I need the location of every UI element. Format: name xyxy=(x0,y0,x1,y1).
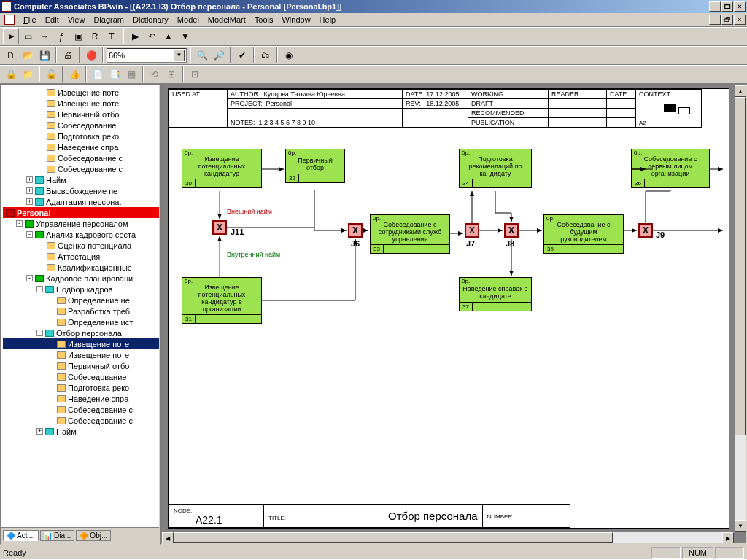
horizontal-scrollbar[interactable]: ◀ ▶ xyxy=(162,532,734,543)
tree-item[interactable]: -Анализ кадрового соста xyxy=(3,229,159,240)
model-explorer: Извещение потеИзвещение потеПервичный от… xyxy=(0,84,160,545)
junction-j11[interactable]: X xyxy=(212,220,227,235)
report-button[interactable]: ◉ xyxy=(281,47,297,63)
maximize-button[interactable]: 🗖 xyxy=(721,1,733,12)
model-explorer-button[interactable]: 🗂 xyxy=(258,47,274,63)
junction-j6[interactable]: X xyxy=(348,223,363,238)
tree-item[interactable]: Собеседование xyxy=(3,120,159,131)
undo-button[interactable]: ↶ xyxy=(144,28,160,44)
scroll-right-button[interactable]: ▶ xyxy=(722,532,734,544)
scroll-up-button[interactable]: ▲ xyxy=(735,85,746,97)
tab-diagrams[interactable]: 📊 Dia... xyxy=(40,530,74,541)
junction-j7[interactable]: X xyxy=(465,223,479,238)
tree-item[interactable]: Оценка потенциала xyxy=(3,240,159,251)
up-button[interactable]: ▲ xyxy=(160,28,177,44)
menu-tools[interactable]: Tools xyxy=(255,15,274,24)
mdi-close-button[interactable]: × xyxy=(734,15,746,25)
tree-item[interactable]: Наведение спра xyxy=(3,393,159,404)
tree-item[interactable]: Собеседование с xyxy=(3,163,159,174)
new-button[interactable]: 🗋 xyxy=(3,47,19,63)
activity-34[interactable]: 0р. Подготовка рекомендаций по кандидату… xyxy=(459,149,532,188)
tree-item[interactable]: Собеседование с xyxy=(3,404,159,415)
tree-item[interactable]: Собеседование с xyxy=(3,415,159,426)
activity-30[interactable]: 0р. Извещение потенциальных кандидатур 3… xyxy=(182,149,262,188)
tree-item[interactable]: -Подбор кадров xyxy=(3,284,159,295)
tab-activities[interactable]: 🔷 Acti... xyxy=(3,530,39,541)
scroll-down-button[interactable]: ▼ xyxy=(735,520,746,532)
zoom-out-button[interactable]: 🔎 xyxy=(211,47,227,63)
activity-37[interactable]: 0р. Наведение справок о кандидате 37 xyxy=(459,277,532,311)
activity-33[interactable]: 0р. Собеседование с сотрудниками служб у… xyxy=(370,214,450,254)
mm-btn-4: 👍 xyxy=(66,66,82,82)
play-button[interactable]: ▶ xyxy=(127,28,143,44)
print-button[interactable]: 🖨 xyxy=(60,47,76,63)
text-tool-button[interactable]: T xyxy=(104,28,120,44)
menu-model[interactable]: Model xyxy=(177,15,199,24)
tree-item[interactable]: Собеседование xyxy=(3,371,159,382)
down-button[interactable]: ▼ xyxy=(177,28,193,44)
tree-item[interactable]: Наведение спра xyxy=(3,141,159,152)
scroll-left-button[interactable]: ◀ xyxy=(162,532,174,544)
tree-item[interactable]: +Найм xyxy=(3,426,159,437)
tree-item[interactable]: Квалификационные xyxy=(3,262,159,273)
used-at-cell: USED AT: xyxy=(169,90,228,128)
mdi-minimize-button[interactable]: _ xyxy=(709,15,721,25)
external-ref-button[interactable]: R xyxy=(87,28,103,44)
junction-label-j9: J9 xyxy=(656,230,665,239)
tree-item[interactable]: Подготовка реко xyxy=(3,382,159,393)
tree-item[interactable]: +Найм xyxy=(3,174,159,185)
menu-help[interactable]: Help xyxy=(320,15,336,24)
open-button[interactable]: 📂 xyxy=(20,47,36,63)
save-button[interactable]: 💾 xyxy=(36,47,53,63)
pointer-tool-button[interactable]: ➤ xyxy=(3,28,19,44)
referent-tool-button[interactable]: ▣ xyxy=(70,28,86,44)
tree-item[interactable]: Определение не xyxy=(3,295,159,306)
zoom-dropdown-icon[interactable]: ▼ xyxy=(174,50,185,61)
tree-item[interactable]: -Управление персоналом xyxy=(3,218,159,229)
minimize-button[interactable]: _ xyxy=(709,1,721,12)
tree-item[interactable]: +Адаптация персона. xyxy=(3,196,159,207)
activity-35[interactable]: 0р. Собеседование с будущим руководителе… xyxy=(543,214,624,254)
tree-item[interactable]: Разработка треб xyxy=(3,306,159,316)
diagram-canvas[interactable]: USED AT: AUTHOR: Купцова Татьяна Юрьевна… xyxy=(160,84,747,545)
zoom-combo[interactable]: 66% ▼ xyxy=(107,48,187,63)
tree-item[interactable]: Извещение поте xyxy=(3,349,159,360)
tree-item[interactable]: Подготовка реко xyxy=(3,131,159,141)
menu-diagram[interactable]: Diagram xyxy=(93,15,124,24)
menu-view[interactable]: View xyxy=(68,15,85,24)
tree-item[interactable]: Первичный отбо xyxy=(3,109,159,120)
mdi-restore-button[interactable]: 🗗 xyxy=(721,15,733,25)
color-button[interactable]: 🔴 xyxy=(83,47,99,63)
junction-j8[interactable]: X xyxy=(504,223,519,238)
activity-31[interactable]: 0р. Извещение потенциальных кандидатур в… xyxy=(182,277,262,324)
tree-item[interactable]: Определение ист xyxy=(3,316,159,327)
menu-edit[interactable]: Edit xyxy=(45,15,59,24)
activity-tool-button[interactable]: ▭ xyxy=(20,28,36,44)
tree-item[interactable]: Извещение поте xyxy=(3,87,159,98)
menu-modelmart[interactable]: ModelMart xyxy=(208,15,246,24)
tree-item[interactable]: -Кадровое планировани xyxy=(3,273,159,284)
spellcheck-button[interactable]: ✔ xyxy=(234,47,250,63)
tree-item[interactable]: Personal xyxy=(3,207,159,218)
tree-item[interactable]: Первичный отбо xyxy=(3,360,159,371)
junction-j9[interactable]: X xyxy=(638,223,653,238)
zoom-in-button[interactable]: 🔍 xyxy=(194,47,210,63)
activity-32[interactable]: 0р. Первичный отбор 32 xyxy=(285,149,345,183)
tree-item[interactable]: Собеседование с xyxy=(3,152,159,163)
menu-window[interactable]: Window xyxy=(282,15,310,24)
menu-file[interactable]: FFileile xyxy=(23,15,36,24)
tree-item[interactable]: Извещение поте xyxy=(3,338,159,349)
tree-item[interactable]: Извещение поте xyxy=(3,98,159,109)
squiggle-tool-button[interactable]: ƒ xyxy=(53,28,69,44)
tree-item[interactable]: Аттестация xyxy=(3,251,159,262)
tree-item[interactable]: -Отбор персонала xyxy=(3,327,159,338)
mm-btn-1: 🔒 xyxy=(3,66,19,82)
activity-36[interactable]: 0р. Собеседование с первым лицом организ… xyxy=(631,149,710,188)
tab-objects[interactable]: 🔶 Obj... xyxy=(76,530,111,541)
menu-dictionary[interactable]: Dictionary xyxy=(133,15,169,24)
vertical-scrollbar[interactable]: ▲ ▼ xyxy=(734,85,746,532)
arrow-tool-button[interactable]: → xyxy=(36,28,53,44)
tree-item[interactable]: +Высвобождение пе xyxy=(3,185,159,196)
tree-view[interactable]: Извещение потеИзвещение потеПервичный от… xyxy=(1,85,159,527)
close-button[interactable]: × xyxy=(734,1,746,12)
